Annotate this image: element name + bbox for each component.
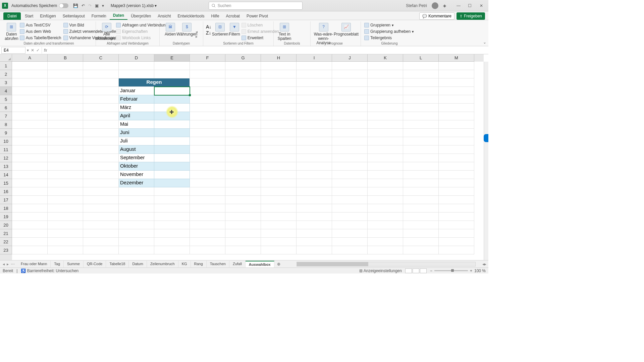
cell-H20[interactable] xyxy=(261,221,297,229)
cell-G13[interactable] xyxy=(225,162,261,171)
cell-H23[interactable] xyxy=(261,246,297,254)
cell-E22[interactable] xyxy=(154,238,190,246)
cell-K6[interactable] xyxy=(368,104,403,112)
cell-H6[interactable] xyxy=(261,104,297,112)
cell-D11[interactable]: August xyxy=(119,145,154,154)
cell-A23[interactable] xyxy=(12,246,48,254)
cell-E8[interactable] xyxy=(154,120,190,129)
cell-B16[interactable] xyxy=(48,187,83,196)
sheet-tab-qr-code[interactable]: QR-Code xyxy=(84,261,106,267)
cell-I1[interactable] xyxy=(297,62,332,70)
cell-E12[interactable] xyxy=(154,154,190,162)
cell-G18[interactable] xyxy=(225,204,261,213)
sort-asc-icon[interactable]: A↓ xyxy=(206,24,211,29)
cell-F22[interactable] xyxy=(190,238,225,246)
cell-J12[interactable] xyxy=(332,154,368,162)
cell-G6[interactable] xyxy=(225,104,261,112)
cell-H19[interactable] xyxy=(261,213,297,221)
cell-E15[interactable] xyxy=(154,179,190,187)
close-button[interactable]: ✕ xyxy=(476,2,486,9)
cell-M8[interactable] xyxy=(439,120,474,129)
cell-A18[interactable] xyxy=(12,204,48,213)
cell-C4[interactable] xyxy=(83,87,119,95)
cell-K18[interactable] xyxy=(368,204,403,213)
cell-J3[interactable] xyxy=(332,78,368,87)
cell-M7[interactable] xyxy=(439,112,474,120)
cell-G1[interactable] xyxy=(225,62,261,70)
row-header-5[interactable]: 5 xyxy=(0,95,12,104)
cell-F3[interactable] xyxy=(190,78,225,87)
zoom-out-button[interactable]: − xyxy=(430,268,432,273)
cell-L16[interactable] xyxy=(403,187,439,196)
cell-F9[interactable] xyxy=(190,129,225,137)
cell-F16[interactable] xyxy=(190,187,225,196)
cell-D21[interactable] xyxy=(119,229,154,238)
sort-desc-icon[interactable]: Z↓ xyxy=(206,30,211,36)
view-pagebreak-button[interactable] xyxy=(420,268,427,273)
cell-I6[interactable] xyxy=(297,104,332,112)
cell-L12[interactable] xyxy=(403,154,439,162)
sheet-tab-tabelle18[interactable]: Tabelle18 xyxy=(106,261,129,267)
cell-D7[interactable]: April xyxy=(119,112,154,120)
cell-I17[interactable] xyxy=(297,196,332,204)
sheet-nav-prev-icon[interactable]: ◂ xyxy=(3,262,5,266)
cell-M14[interactable] xyxy=(439,171,474,179)
cell-E23[interactable] xyxy=(154,246,190,254)
cell-G7[interactable] xyxy=(225,112,261,120)
cell-C21[interactable] xyxy=(83,229,119,238)
fx-icon[interactable]: fx xyxy=(42,48,49,53)
cell-F20[interactable] xyxy=(190,221,225,229)
cell-A6[interactable] xyxy=(12,104,48,112)
cell-F6[interactable] xyxy=(190,104,225,112)
cell-M10[interactable] xyxy=(439,137,474,145)
cell-E20[interactable] xyxy=(154,221,190,229)
cell-F21[interactable] xyxy=(190,229,225,238)
sheet-tab-rang[interactable]: Rang xyxy=(191,261,207,267)
cell-A14[interactable] xyxy=(12,171,48,179)
cell-A21[interactable] xyxy=(12,229,48,238)
row-header-20[interactable]: 20 xyxy=(0,221,12,229)
row-header-22[interactable]: 22 xyxy=(0,238,12,246)
cell-G20[interactable] xyxy=(225,221,261,229)
tab-powerpivot[interactable]: Power Pivot xyxy=(243,12,271,20)
cell-K23[interactable] xyxy=(368,246,403,254)
cell-E10[interactable] xyxy=(154,137,190,145)
ungroup-button[interactable]: Gruppierung aufheben ▾ xyxy=(364,28,415,35)
row-header-6[interactable]: 6 xyxy=(0,104,12,112)
cell-grid[interactable]: RegenJanuarFebruarMärzAprilMaiJuniJuliAu… xyxy=(12,62,484,260)
cell-F1[interactable] xyxy=(190,62,225,70)
cell-F14[interactable] xyxy=(190,171,225,179)
cell-J10[interactable] xyxy=(332,137,368,145)
view-pagelayout-button[interactable] xyxy=(413,268,419,273)
cell-C23[interactable] xyxy=(83,246,119,254)
cell-F11[interactable] xyxy=(190,145,225,154)
cell-J22[interactable] xyxy=(332,238,368,246)
cell-D19[interactable] xyxy=(119,213,154,221)
cell-E11[interactable] xyxy=(154,145,190,154)
row-header-7[interactable]: 7 xyxy=(0,112,12,120)
cell-M19[interactable] xyxy=(439,213,474,221)
row-header-14[interactable]: 14 xyxy=(0,171,12,179)
horizontal-scrollbar[interactable] xyxy=(297,262,476,266)
cell-L19[interactable] xyxy=(403,213,439,221)
view-normal-button[interactable] xyxy=(405,268,412,273)
user-name[interactable]: Stefan Petri xyxy=(406,3,427,8)
cell-E5[interactable] xyxy=(154,95,190,104)
sheet-nav-more-icon[interactable]: ⋯ xyxy=(11,262,15,266)
cancel-formula-icon[interactable]: ✕ xyxy=(31,48,34,53)
cell-K2[interactable] xyxy=(368,70,403,78)
cell-J9[interactable] xyxy=(332,129,368,137)
cell-H1[interactable] xyxy=(261,62,297,70)
cell-J6[interactable] xyxy=(332,104,368,112)
cell-A9[interactable] xyxy=(12,129,48,137)
cell-L10[interactable] xyxy=(403,137,439,145)
tab-start[interactable]: Start xyxy=(21,12,37,20)
sheet-tab-tauschen[interactable]: Tauschen xyxy=(207,261,229,267)
cell-F8[interactable] xyxy=(190,120,225,129)
sheet-tab-zufall[interactable]: Zufall xyxy=(229,261,246,267)
cell-F17[interactable] xyxy=(190,196,225,204)
worksheet[interactable]: ABCDEFGHIJKLM 12345678910111213141516171… xyxy=(0,54,488,260)
cell-C15[interactable] xyxy=(83,179,119,187)
cell-G22[interactable] xyxy=(225,238,261,246)
cell-C1[interactable] xyxy=(83,62,119,70)
